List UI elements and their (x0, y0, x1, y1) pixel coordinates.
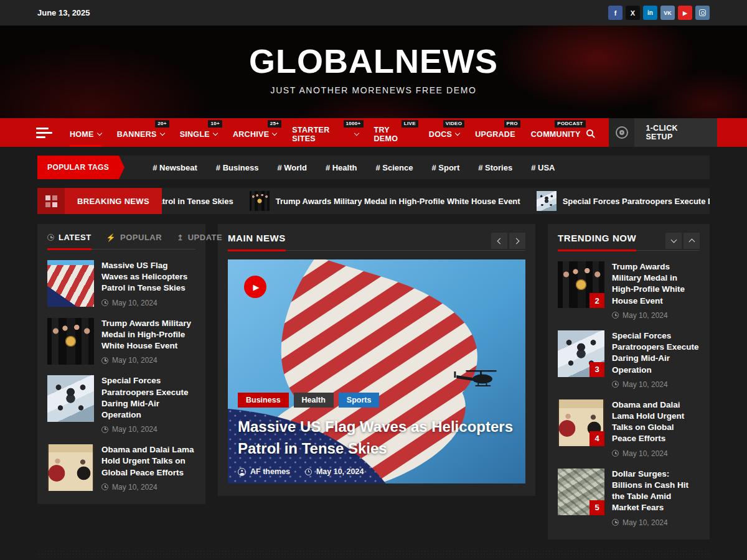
tag-list: # Newsbeat # Business # World # Health #… (134, 163, 555, 172)
tag-health[interactable]: # Health (326, 163, 357, 172)
nav-starter-sites[interactable]: STARTER SITES1000+ (292, 118, 358, 147)
tab-update[interactable]: ↥UPDATE (177, 233, 222, 249)
article-title[interactable]: Obama and Dalai Lama Hold Urgent Talks o… (101, 444, 195, 478)
chevron-down-icon (455, 131, 460, 136)
article-title[interactable]: Obama and Dalai Lama Hold Urgent Talks o… (612, 399, 700, 445)
breaking-news-bar: BREAKING NEWS Massive US Flag Waves as H… (37, 188, 710, 214)
trending-up-button[interactable] (684, 233, 700, 249)
trending-item[interactable]: 5 Dollar Surges: Billions in Cash Hit th… (558, 469, 700, 527)
tag-world[interactable]: # World (277, 163, 306, 172)
hero-article[interactable]: ▶ Business Health Sports Massive US Flag… (228, 259, 525, 483)
nav-single[interactable]: SINGLE10+ (180, 118, 217, 147)
article-title[interactable]: Special Forces Paratroopers Execute Dari… (101, 375, 195, 421)
vk-icon[interactable]: VK (660, 6, 675, 20)
trending-item[interactable]: 2 Trump Awards Military Medal in High-Pr… (558, 261, 700, 320)
latest-panel: LATEST ⚡POPULAR ↥UPDATE Massive US Flag … (37, 224, 205, 504)
hamburger-icon[interactable] (36, 128, 52, 138)
chevron-down-icon (354, 131, 359, 136)
nav-upgrade[interactable]: UPGRADEPRO (475, 118, 515, 147)
news-ticker: Massive US Flag Waves as Helicopters Pat… (162, 188, 710, 214)
clock-icon (612, 519, 619, 526)
tab-popular[interactable]: ⚡POPULAR (106, 233, 162, 249)
nav-try-demo[interactable]: TRY DEMOLIVE (374, 118, 413, 147)
article-title[interactable]: Special Forces Paratroopers Execute Dari… (612, 330, 700, 376)
nav-badge: 10+ (208, 120, 222, 128)
instagram-icon[interactable] (695, 6, 710, 20)
target-icon (609, 118, 634, 147)
featured-section: FEATURED NEWS ▶ ▶ (37, 549, 710, 560)
article-title[interactable]: Trump Awards Military Medal in High-Prof… (612, 261, 700, 307)
section-title: MAIN NEWS (228, 233, 286, 251)
linkedin-icon[interactable]: in (643, 6, 657, 20)
article-title[interactable]: Massive US Flag Waves as Helicopters Pat… (101, 260, 195, 294)
article-thumbnail (47, 260, 94, 307)
tag-stories[interactable]: # Stories (478, 163, 512, 172)
top-bar: June 13, 2025 f X in VK ▶ (0, 0, 747, 26)
carousel-next-button[interactable] (509, 233, 525, 249)
category-health[interactable]: Health (294, 393, 334, 408)
nav-starter-sites-label: STARTER SITES (292, 126, 351, 143)
category-business[interactable]: Business (238, 393, 289, 408)
nav-items: HOME BANNERS20+ SINGLE10+ ARCHIVE25+ STA… (70, 118, 581, 147)
tab-latest[interactable]: LATEST (47, 233, 92, 249)
one-click-setup-button[interactable]: 1-CLICK SETUP (609, 118, 717, 147)
site-tagline: JUST ANOTHER MORENEWS FREE DEMO (0, 85, 747, 95)
rank-badge: 4 (590, 431, 604, 446)
trending-down-button[interactable] (665, 233, 682, 249)
article-title[interactable]: Trump Awards Military Medal in High-Prof… (101, 318, 195, 352)
clock-icon (612, 381, 619, 388)
author-icon (238, 468, 246, 476)
article-title[interactable]: Dollar Surges: Billions in Cash Hit the … (612, 469, 700, 514)
nav-archive-label: ARCHIVE (233, 130, 269, 139)
setup-label: 1-CLICK SETUP (634, 118, 717, 147)
article-list-item[interactable]: Obama and Dalai Lama Hold Urgent Talks o… (47, 444, 195, 492)
category-sports[interactable]: Sports (339, 393, 380, 408)
chevron-left-icon (497, 238, 504, 244)
hero-title[interactable]: Massive US Flag Waves as Helicopters Pat… (238, 416, 515, 460)
trending-item[interactable]: 4 Obama and Dalai Lama Hold Urgent Talks… (558, 399, 700, 458)
nav-banners[interactable]: BANNERS20+ (117, 118, 164, 147)
play-icon[interactable]: ▶ (244, 276, 266, 298)
nav-archive[interactable]: ARCHIVE25+ (233, 118, 276, 147)
facebook-icon[interactable]: f (608, 6, 622, 20)
grid-icon[interactable] (37, 188, 65, 214)
trending-item[interactable]: 3 Special Forces Paratroopers Execute Da… (558, 330, 700, 389)
tag-sport[interactable]: # Sport (431, 163, 459, 172)
tag-newsbeat[interactable]: # Newsbeat (153, 163, 197, 172)
main-news-panel: MAIN NEWS (218, 224, 535, 496)
tag-business[interactable]: # Business (216, 163, 259, 172)
social-links: f X in VK ▶ (608, 6, 710, 20)
article-list-item[interactable]: Trump Awards Military Medal in High-Prof… (47, 318, 195, 365)
breaking-news-label: BREAKING NEWS (65, 188, 162, 214)
tag-usa[interactable]: # USA (531, 163, 555, 172)
nav-community[interactable]: COMMUNITYPODCAST (531, 118, 581, 147)
youtube-icon[interactable]: ▶ (678, 6, 692, 20)
carousel-prev-button[interactable] (491, 233, 507, 249)
hero-meta: AF themes May 10, 2024 (238, 467, 515, 476)
nav-docs[interactable]: DOCSVIDEO (429, 118, 459, 147)
ticker-item[interactable]: Special Forces Paratroopers Execute Dari… (537, 191, 710, 211)
tag-science[interactable]: # Science (375, 163, 413, 172)
clock-icon (612, 450, 619, 457)
x-twitter-icon[interactable]: X (626, 6, 640, 20)
clock-icon (101, 426, 108, 433)
article-thumbnail: 4 (558, 399, 604, 446)
author-meta[interactable]: AF themes (238, 467, 290, 476)
hero-overlay: Business Health Sports Massive US Flag W… (238, 393, 515, 476)
nav-badge: 1000+ (344, 120, 364, 128)
nav-badge: 25+ (268, 120, 281, 128)
ticker-thumbnail (537, 191, 557, 211)
ticker-thumbnail (250, 191, 270, 211)
article-list-item[interactable]: Massive US Flag Waves as Helicopters Pat… (47, 260, 195, 307)
ticker-item[interactable]: Trump Awards Military Medal in High-Prof… (250, 191, 520, 211)
clock-icon (101, 483, 108, 490)
rank-badge: 2 (590, 293, 604, 308)
nav-home-label: HOME (70, 130, 94, 139)
ticker-item[interactable]: Massive US Flag Waves as Helicopters Pat… (162, 191, 233, 211)
article-thumbnail: 2 (558, 261, 604, 308)
nav-badge: PRO (504, 120, 520, 128)
clock-icon (47, 234, 54, 241)
site-title[interactable]: GLOBALNEWS (0, 44, 747, 78)
article-list-item[interactable]: Special Forces Paratroopers Execute Dari… (47, 375, 195, 434)
nav-home[interactable]: HOME (70, 118, 101, 147)
